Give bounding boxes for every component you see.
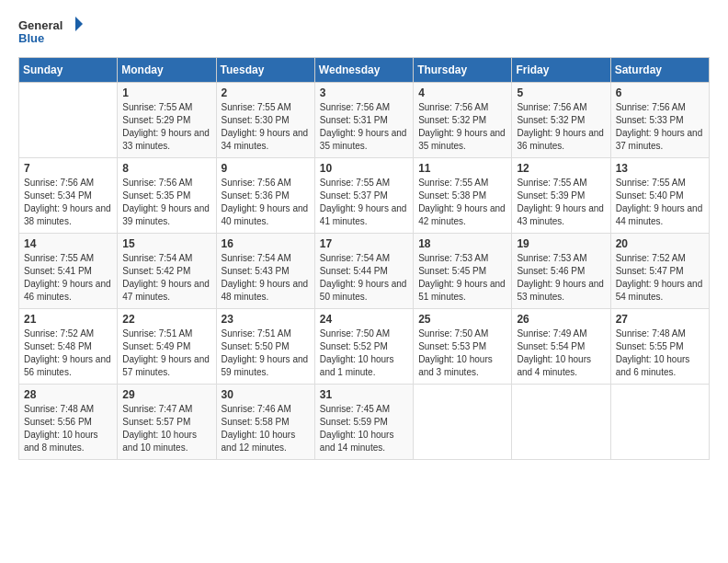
sunset: Sunset: 5:32 PM [517, 114, 605, 127]
calendar-cell: 28 Sunrise: 7:48 AM Sunset: 5:56 PM Dayl… [19, 385, 118, 460]
sunset: Sunset: 5:49 PM [122, 340, 210, 353]
sunset: Sunset: 5:38 PM [418, 190, 506, 202]
sunrise: Sunrise: 7:48 AM [24, 403, 112, 416]
day-number: 1 [122, 86, 210, 99]
sunrise: Sunrise: 7:55 AM [222, 101, 310, 114]
day-info: Sunrise: 7:46 AM Sunset: 5:58 PM Dayligh… [222, 403, 310, 454]
daylight: Daylight: 9 hours and 47 minutes. [122, 278, 210, 304]
weekday-sunday: Sunday [19, 58, 118, 83]
calendar-cell: 19 Sunrise: 7:53 AM Sunset: 5:46 PM Dayl… [512, 234, 610, 309]
sunset: Sunset: 5:42 PM [122, 265, 210, 278]
sunrise: Sunrise: 7:52 AM [616, 252, 704, 265]
weekday-monday: Monday [118, 58, 216, 83]
day-info: Sunrise: 7:51 AM Sunset: 5:49 PM Dayligh… [122, 327, 210, 379]
daylight: Daylight: 9 hours and 39 minutes. [122, 202, 210, 228]
calendar-cell: 26 Sunrise: 7:49 AM Sunset: 5:54 PM Dayl… [512, 309, 610, 385]
sunset: Sunset: 5:57 PM [122, 416, 210, 429]
sunset: Sunset: 5:58 PM [222, 416, 310, 429]
daylight: Daylight: 10 hours and 14 minutes. [320, 429, 408, 454]
day-info: Sunrise: 7:48 AM Sunset: 5:56 PM Dayligh… [24, 403, 112, 454]
day-number: 23 [222, 313, 310, 326]
day-number: 31 [320, 388, 408, 401]
sunset: Sunset: 5:48 PM [24, 340, 112, 353]
calendar-cell: 20 Sunrise: 7:52 AM Sunset: 5:47 PM Dayl… [610, 234, 709, 309]
sunset: Sunset: 5:34 PM [24, 190, 112, 202]
calendar-cell: 8 Sunrise: 7:56 AM Sunset: 5:35 PM Dayli… [118, 158, 216, 234]
day-number: 18 [418, 237, 506, 250]
day-number: 26 [517, 313, 605, 326]
daylight: Daylight: 10 hours and 12 minutes. [222, 429, 310, 454]
sunrise: Sunrise: 7:46 AM [222, 403, 310, 416]
sunrise: Sunrise: 7:54 AM [122, 252, 210, 265]
header: General Blue [18, 15, 710, 48]
day-info: Sunrise: 7:45 AM Sunset: 5:59 PM Dayligh… [320, 403, 408, 454]
day-info: Sunrise: 7:50 AM Sunset: 5:53 PM Dayligh… [418, 327, 506, 379]
day-info: Sunrise: 7:55 AM Sunset: 5:29 PM Dayligh… [122, 101, 210, 153]
week-row-1: 1 Sunrise: 7:55 AM Sunset: 5:29 PM Dayli… [19, 83, 710, 158]
calendar-cell: 27 Sunrise: 7:48 AM Sunset: 5:55 PM Dayl… [610, 309, 709, 385]
sunrise: Sunrise: 7:45 AM [320, 403, 408, 416]
day-info: Sunrise: 7:56 AM Sunset: 5:35 PM Dayligh… [122, 177, 210, 228]
sunrise: Sunrise: 7:56 AM [222, 177, 310, 190]
daylight: Daylight: 9 hours and 44 minutes. [616, 202, 704, 228]
day-info: Sunrise: 7:55 AM Sunset: 5:37 PM Dayligh… [320, 177, 408, 228]
day-info: Sunrise: 7:50 AM Sunset: 5:52 PM Dayligh… [320, 327, 408, 379]
calendar-cell: 9 Sunrise: 7:56 AM Sunset: 5:36 PM Dayli… [216, 158, 314, 234]
calendar-cell: 2 Sunrise: 7:55 AM Sunset: 5:30 PM Dayli… [216, 83, 314, 158]
daylight: Daylight: 9 hours and 59 minutes. [222, 353, 310, 379]
sunrise: Sunrise: 7:55 AM [616, 177, 704, 190]
calendar-cell: 3 Sunrise: 7:56 AM Sunset: 5:31 PM Dayli… [314, 83, 413, 158]
sunrise: Sunrise: 7:52 AM [24, 327, 112, 340]
sunset: Sunset: 5:53 PM [418, 340, 506, 353]
daylight: Daylight: 9 hours and 37 minutes. [616, 127, 704, 153]
calendar-cell: 6 Sunrise: 7:56 AM Sunset: 5:33 PM Dayli… [610, 83, 709, 158]
weekday-thursday: Thursday [414, 58, 512, 83]
daylight: Daylight: 10 hours and 6 minutes. [616, 353, 704, 379]
calendar-cell: 7 Sunrise: 7:56 AM Sunset: 5:34 PM Dayli… [19, 158, 118, 234]
sunrise: Sunrise: 7:54 AM [320, 252, 408, 265]
daylight: Daylight: 9 hours and 42 minutes. [418, 202, 506, 228]
sunset: Sunset: 5:29 PM [122, 114, 210, 127]
calendar-cell: 29 Sunrise: 7:47 AM Sunset: 5:57 PM Dayl… [118, 385, 216, 460]
calendar-cell: 12 Sunrise: 7:55 AM Sunset: 5:39 PM Dayl… [512, 158, 610, 234]
calendar-cell: 23 Sunrise: 7:51 AM Sunset: 5:50 PM Dayl… [216, 309, 314, 385]
sunrise: Sunrise: 7:53 AM [418, 252, 506, 265]
daylight: Daylight: 9 hours and 38 minutes. [24, 202, 112, 228]
daylight: Daylight: 10 hours and 1 minute. [320, 353, 408, 379]
day-number: 5 [517, 86, 605, 99]
daylight: Daylight: 9 hours and 50 minutes. [320, 278, 408, 304]
weekday-tuesday: Tuesday [216, 58, 314, 83]
daylight: Daylight: 9 hours and 33 minutes. [122, 127, 210, 153]
day-number: 22 [122, 313, 210, 326]
calendar: SundayMondayTuesdayWednesdayThursdayFrid… [18, 57, 710, 460]
week-row-5: 28 Sunrise: 7:48 AM Sunset: 5:56 PM Dayl… [19, 385, 710, 460]
day-info: Sunrise: 7:56 AM Sunset: 5:32 PM Dayligh… [517, 101, 605, 153]
calendar-cell [19, 83, 118, 158]
day-info: Sunrise: 7:56 AM Sunset: 5:32 PM Dayligh… [418, 101, 506, 153]
day-info: Sunrise: 7:53 AM Sunset: 5:46 PM Dayligh… [517, 252, 605, 304]
calendar-cell: 4 Sunrise: 7:56 AM Sunset: 5:32 PM Dayli… [414, 83, 512, 158]
sunrise: Sunrise: 7:50 AM [320, 327, 408, 340]
daylight: Daylight: 9 hours and 41 minutes. [320, 202, 408, 228]
sunrise: Sunrise: 7:56 AM [320, 101, 408, 114]
sunset: Sunset: 5:41 PM [24, 265, 112, 278]
sunset: Sunset: 5:30 PM [222, 114, 310, 127]
calendar-cell: 17 Sunrise: 7:54 AM Sunset: 5:44 PM Dayl… [314, 234, 413, 309]
day-number: 28 [24, 388, 112, 401]
calendar-cell [512, 385, 610, 460]
svg-text:Blue: Blue [18, 31, 44, 45]
sunset: Sunset: 5:44 PM [320, 265, 408, 278]
logo: General Blue [18, 15, 83, 48]
daylight: Daylight: 9 hours and 36 minutes. [517, 127, 605, 153]
sunrise: Sunrise: 7:55 AM [418, 177, 506, 190]
sunrise: Sunrise: 7:56 AM [24, 177, 112, 190]
daylight: Daylight: 10 hours and 3 minutes. [418, 353, 506, 379]
calendar-cell: 10 Sunrise: 7:55 AM Sunset: 5:37 PM Dayl… [314, 158, 413, 234]
calendar-cell: 22 Sunrise: 7:51 AM Sunset: 5:49 PM Dayl… [118, 309, 216, 385]
calendar-cell: 13 Sunrise: 7:55 AM Sunset: 5:40 PM Dayl… [610, 158, 709, 234]
day-number: 3 [320, 86, 408, 99]
day-number: 19 [517, 237, 605, 250]
calendar-cell: 14 Sunrise: 7:55 AM Sunset: 5:41 PM Dayl… [19, 234, 118, 309]
day-info: Sunrise: 7:51 AM Sunset: 5:50 PM Dayligh… [222, 327, 310, 379]
day-number: 12 [517, 162, 605, 175]
